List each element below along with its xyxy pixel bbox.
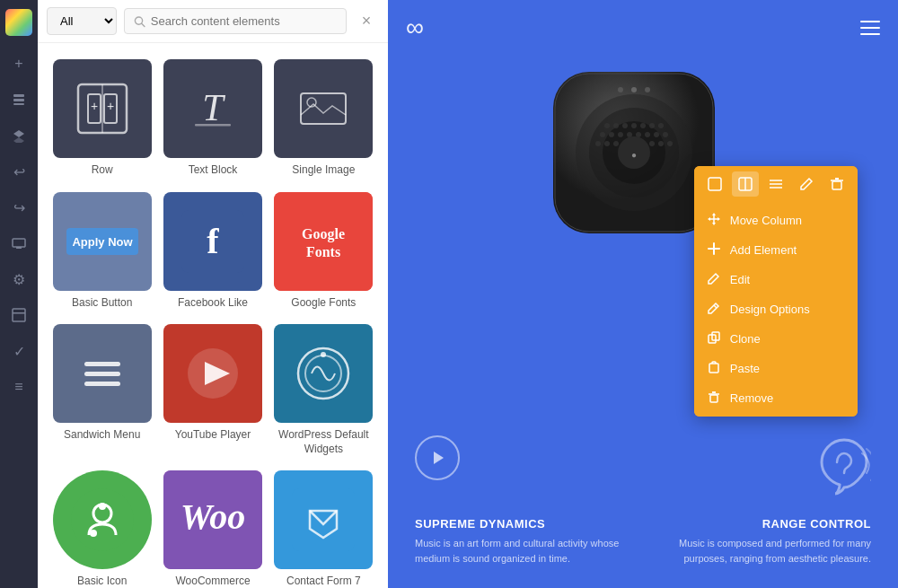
app-logo (5, 9, 32, 36)
menu-paste[interactable]: Paste (694, 354, 858, 383)
filter-select[interactable]: AllBasicSocial (47, 7, 117, 35)
move-column-icon (707, 213, 721, 228)
remove-icon (707, 391, 721, 406)
svg-point-57 (600, 132, 605, 137)
svg-point-66 (604, 141, 610, 146)
element-woocommerce[interactable]: Woo WooCommerce Products (157, 463, 268, 588)
svg-point-53 (631, 123, 637, 128)
svg-point-51 (613, 123, 619, 128)
sidebar-pages-icon[interactable] (4, 84, 34, 115)
element-wordpress-widgets[interactable]: WordPress Default Widgets (269, 317, 379, 463)
infinity-logo: ∞ (406, 13, 424, 42)
svg-rect-29 (84, 362, 120, 366)
toolbar-align-btn[interactable] (762, 171, 789, 197)
svg-line-11 (142, 23, 145, 26)
element-sandwich-menu[interactable]: Sandwich Menu (47, 317, 157, 463)
element-sandwich-menu-label: Sandwich Menu (64, 428, 140, 443)
menu-clone-label: Clone (730, 332, 761, 346)
design-options-icon (707, 302, 721, 317)
supreme-dynamics-heading: SUPREME DYNAMICS (415, 517, 629, 531)
paste-icon (707, 361, 721, 376)
menu-clone[interactable]: Clone (694, 324, 858, 354)
sidebar-redo-icon[interactable]: ↪ (4, 192, 34, 223)
facebooklike-thumb-icon: f (181, 210, 244, 273)
svg-text:●: ● (631, 150, 637, 160)
close-button[interactable]: × (354, 9, 379, 34)
svg-text:+: + (91, 99, 98, 113)
svg-point-54 (640, 123, 646, 128)
toolbar-delete-btn[interactable] (823, 171, 850, 197)
element-contact-form[interactable]: Contact Form 7 (269, 463, 379, 588)
svg-point-56 (658, 123, 664, 128)
element-basic-icon-label: Basic Icon (77, 575, 127, 588)
search-input[interactable] (151, 14, 337, 28)
sidebar-responsive-icon[interactable] (4, 228, 34, 259)
svg-text:Woo: Woo (180, 496, 246, 537)
svg-point-39 (90, 530, 97, 537)
singleimage-thumb-icon (292, 77, 355, 140)
sidebar-undo-icon[interactable]: ↩ (4, 156, 34, 187)
svg-marker-90 (712, 213, 716, 215)
svg-rect-79 (709, 178, 721, 190)
sidebar-settings-icon[interactable]: ⚙ (4, 264, 34, 294)
svg-point-65 (595, 141, 601, 146)
element-contact-form-label: Contact Form 7 (286, 575, 361, 588)
element-facebook-like-label: Facebook Like (178, 296, 248, 311)
element-row[interactable]: + + Row (47, 52, 157, 185)
contactform-thumb-icon (292, 488, 355, 551)
menu-move-column[interactable]: Move Column (694, 206, 858, 235)
svg-rect-1 (13, 94, 24, 97)
element-text-block[interactable]: T Text Block (157, 52, 268, 185)
sidebar-check-icon[interactable]: ✓ (4, 336, 34, 366)
canvas-header: ∞ (388, 0, 898, 56)
sidebar-layers-icon[interactable] (4, 120, 34, 151)
svg-marker-5 (13, 137, 24, 143)
svg-point-75 (631, 87, 637, 92)
menu-add-element[interactable]: Add Element (694, 235, 858, 265)
play-button[interactable] (415, 435, 460, 480)
menu-move-column-label: Move Column (730, 214, 802, 227)
basicicon-thumb-icon (71, 488, 134, 551)
youtubeplayer-thumb-icon (181, 342, 244, 405)
play-icon (428, 449, 446, 467)
elements-grid: + + Row T Text Block (38, 43, 388, 588)
element-single-image[interactable]: Single Image (269, 52, 379, 185)
element-facebook-like[interactable]: f Facebook Like (157, 185, 268, 318)
textblock-thumb-icon: T (181, 77, 244, 140)
svg-text:Fonts: Fonts (306, 244, 340, 259)
menu-design-options[interactable]: Design Options (694, 294, 858, 324)
toolbar-column-single-btn[interactable] (701, 171, 728, 197)
svg-text:+: + (107, 99, 114, 113)
svg-rect-2 (13, 99, 24, 101)
element-basic-button[interactable]: Apply Now Basic Button (47, 185, 157, 318)
main-canvas: ∞ (388, 0, 898, 588)
toolbar-column-double-btn[interactable] (732, 171, 759, 197)
context-menu: Move Column Add Element Edit Design Opti… (694, 202, 858, 417)
clone-icon (707, 331, 721, 347)
element-google-fonts[interactable]: Google Fonts Google Fonts (269, 185, 379, 318)
svg-point-73 (667, 141, 673, 146)
menu-edit[interactable]: Edit (694, 265, 858, 294)
element-text-block-label: Text Block (189, 163, 238, 178)
svg-point-74 (618, 87, 623, 92)
sidebar-templates-icon[interactable] (4, 300, 34, 330)
element-basic-icon[interactable]: Basic Icon (47, 463, 157, 588)
svg-point-58 (609, 132, 614, 137)
menu-remove[interactable]: Remove (694, 383, 858, 413)
toolbar-edit-btn[interactable] (793, 171, 820, 197)
menu-edit-label: Edit (730, 273, 750, 286)
svg-point-52 (622, 123, 628, 128)
svg-point-37 (71, 488, 134, 551)
sidebar-add-icon[interactable]: + (4, 48, 34, 79)
svg-rect-85 (832, 181, 841, 189)
menu-paste-label: Paste (730, 362, 760, 375)
element-youtube-player[interactable]: YouTube Player (157, 317, 268, 463)
hamburger-menu-icon[interactable] (860, 21, 880, 35)
sidebar-menu-icon[interactable]: ≡ (4, 372, 34, 402)
svg-rect-19 (195, 124, 231, 127)
svg-rect-0 (5, 9, 32, 36)
svg-text:T: T (202, 87, 225, 128)
svg-point-61 (636, 132, 641, 137)
svg-point-64 (663, 132, 668, 137)
svg-marker-101 (434, 452, 444, 464)
